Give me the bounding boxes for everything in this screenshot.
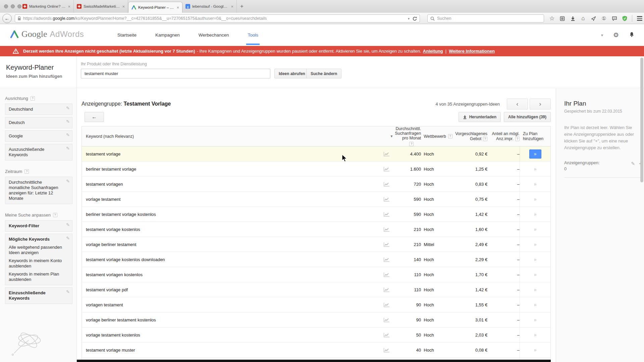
keyword-row[interactable]: testament vorlagen kostenlos110Hoch1,70 …: [82, 267, 550, 282]
chat-icon[interactable]: [609, 14, 620, 22]
col-keyword[interactable]: Keyword (nach Relevanz): [82, 126, 383, 146]
edit-pencil-icon[interactable]: ✎: [66, 179, 70, 184]
add-to-plan-button[interactable]: »: [529, 315, 541, 324]
add-all-button[interactable]: Alle hinzufügen (39): [504, 112, 551, 122]
alert-guide-link[interactable]: Anleitung: [423, 49, 443, 54]
account-dropdown-icon[interactable]: ▾: [601, 33, 603, 38]
tab-close-icon[interactable]: ×: [231, 4, 233, 9]
edit-pencil-icon[interactable]: ✎: [631, 161, 635, 166]
help-icon[interactable]: ?: [483, 137, 487, 141]
keyword-row[interactable]: testament vorlage pdf110Hoch1,42 €–»: [82, 282, 550, 297]
window-close-button[interactable]: [4, 4, 8, 8]
help-icon[interactable]: ?: [53, 213, 57, 217]
sidebar-filter-box[interactable]: ✎Auszuschließende Keywords: [5, 144, 72, 161]
trend-chart-icon[interactable]: [383, 227, 397, 232]
browser-search-box[interactable]: [427, 14, 544, 22]
shield-icon[interactable]: [620, 14, 630, 22]
back-button[interactable]: ←: [2, 14, 12, 23]
browser-tab[interactable]: glebenslauf - Google-Suche×: [182, 0, 237, 13]
download-button[interactable]: Herunterladen: [459, 112, 501, 122]
trend-chart-icon[interactable]: [383, 257, 397, 262]
sidebar-filter-box[interactable]: ✎Durchschnittliche monatliche Suchanfrag…: [5, 177, 72, 204]
edit-pencil-icon[interactable]: ✎: [66, 119, 70, 124]
trend-chart-icon[interactable]: [383, 302, 397, 307]
onepassword-icon[interactable]: ①: [599, 14, 609, 22]
trend-chart-icon[interactable]: [383, 197, 397, 202]
add-to-plan-button[interactable]: »: [529, 210, 541, 219]
sidebar-filter-box[interactable]: ✎Deutsch: [5, 117, 72, 128]
trend-chart-icon[interactable]: [383, 152, 397, 157]
gear-icon[interactable]: ⚙: [613, 31, 619, 39]
page-scrollbar[interactable]: [640, 58, 643, 182]
keyword-row[interactable]: vorlage testament kostenlos50Hoch2,03 €–…: [82, 327, 550, 343]
add-to-plan-button[interactable]: »: [529, 149, 541, 159]
sidebar-filter-box[interactable]: ✎Einzuschließende Keywords: [5, 287, 72, 304]
nav-kampagnen[interactable]: Kampagnen: [155, 24, 180, 46]
get-ideas-button[interactable]: Ideen abrufen: [274, 69, 310, 78]
add-to-plan-button[interactable]: »: [529, 240, 541, 249]
alert-more-info-link[interactable]: Weitere Informationen: [449, 49, 495, 54]
add-to-plan-button[interactable]: »: [529, 165, 541, 174]
keyword-row[interactable]: vorlage berliner testament210Mittel2,49 …: [82, 237, 550, 252]
col-bid[interactable]: Vorgeschlagenes Gebot?: [454, 126, 487, 146]
edit-pencil-icon[interactable]: ✎: [66, 222, 70, 227]
trend-chart-icon[interactable]: [383, 167, 397, 172]
help-icon[interactable]: ?: [24, 169, 29, 174]
keyword-row[interactable]: berliner testament vorlage1.600Hoch1,25 …: [82, 162, 550, 177]
trend-chart-icon[interactable]: [383, 333, 397, 338]
col-impressions[interactable]: Anteil an mögl. Anz.impr.?: [487, 126, 520, 146]
keyword-row[interactable]: testament vorlage kostenlos210Hoch1,60 €…: [82, 222, 550, 237]
help-icon[interactable]: ?: [31, 96, 35, 101]
modify-search-button[interactable]: Suche ändern: [306, 69, 341, 78]
add-to-plan-button[interactable]: »: [529, 285, 541, 294]
bell-icon[interactable]: [629, 32, 635, 39]
reload-icon[interactable]: [412, 16, 417, 21]
sidebar-filter-box[interactable]: ✎Google: [5, 130, 72, 142]
help-icon[interactable]: ?: [409, 142, 414, 146]
keyword-row[interactable]: testament vorlage4.400Hoch0,92 €–»: [82, 146, 550, 162]
nav-werbechancen[interactable]: Werbechancen: [199, 24, 229, 46]
help-icon[interactable]: ?: [448, 134, 452, 138]
keyword-row[interactable]: testament vorlage muster40Hoch0,08 €–»: [82, 343, 550, 358]
col-searches[interactable]: ▼ Durchschnittl. Suchanfragen pro Monat …: [383, 126, 421, 146]
keyword-row[interactable]: vorlage berliner testament kostenlos90Ho…: [82, 312, 550, 327]
nav-startseite[interactable]: Startseite: [117, 24, 137, 46]
edit-pencil-icon[interactable]: ✎: [66, 132, 70, 137]
add-to-plan-button[interactable]: »: [529, 300, 541, 309]
browser-tab[interactable]: SwissMadeMarketing Apps ...×: [74, 0, 128, 13]
add-to-plan-button[interactable]: »: [529, 330, 541, 340]
trend-chart-icon[interactable]: [383, 272, 397, 277]
search-input[interactable]: [437, 16, 541, 21]
menu-icon[interactable]: [634, 14, 644, 22]
trend-chart-icon[interactable]: [383, 317, 397, 322]
tab-close-icon[interactable]: ×: [122, 4, 125, 9]
trend-chart-icon[interactable]: [383, 287, 397, 292]
new-tab-button[interactable]: +: [237, 0, 247, 13]
help-icon[interactable]: ?: [515, 137, 520, 141]
keyword-row[interactable]: berliner testament vorlage kostenlos590H…: [82, 207, 550, 222]
tab-close-icon[interactable]: ×: [176, 5, 179, 10]
edit-pencil-icon[interactable]: ✎: [66, 146, 70, 151]
sidebar-filter-box[interactable]: ✎Keyword-Filter: [5, 220, 72, 232]
sidebar-filter-box[interactable]: ✎Mögliche KeywordsAlle weitgehend passen…: [5, 234, 72, 285]
window-minimize-button[interactable]: [11, 4, 15, 8]
edit-pencil-icon[interactable]: ✎: [66, 289, 70, 294]
browser-tab[interactable]: Keyword-Planer – Google A...×: [128, 2, 182, 13]
keyword-row[interactable]: testament vorlagen720Hoch0,83 €–»: [82, 177, 550, 192]
bookmarks-list-icon[interactable]: [557, 14, 568, 22]
bookmark-star-icon[interactable]: ☆: [547, 14, 557, 22]
add-to-plan-button[interactable]: »: [529, 225, 541, 234]
keyword-row[interactable]: vorlage testament590Hoch0,75 €–»: [82, 192, 550, 207]
add-to-plan-button[interactable]: »: [529, 255, 541, 264]
tab-close-icon[interactable]: ×: [68, 4, 70, 9]
add-to-plan-button[interactable]: »: [529, 180, 541, 189]
back-to-list-button[interactable]: ←: [85, 112, 104, 122]
trend-chart-icon[interactable]: [383, 242, 397, 247]
product-input[interactable]: [81, 69, 270, 78]
add-to-plan-button[interactable]: »: [529, 270, 541, 279]
edit-pencil-icon[interactable]: ✎: [66, 236, 70, 241]
sidebar-filter-box[interactable]: ✎Deutschland: [5, 104, 72, 115]
add-to-plan-button[interactable]: »: [529, 195, 541, 204]
col-competition[interactable]: Wettbewerb ?: [421, 126, 454, 146]
browser-tab[interactable]: Marketing Online? [+] Swiss...×: [19, 0, 74, 13]
